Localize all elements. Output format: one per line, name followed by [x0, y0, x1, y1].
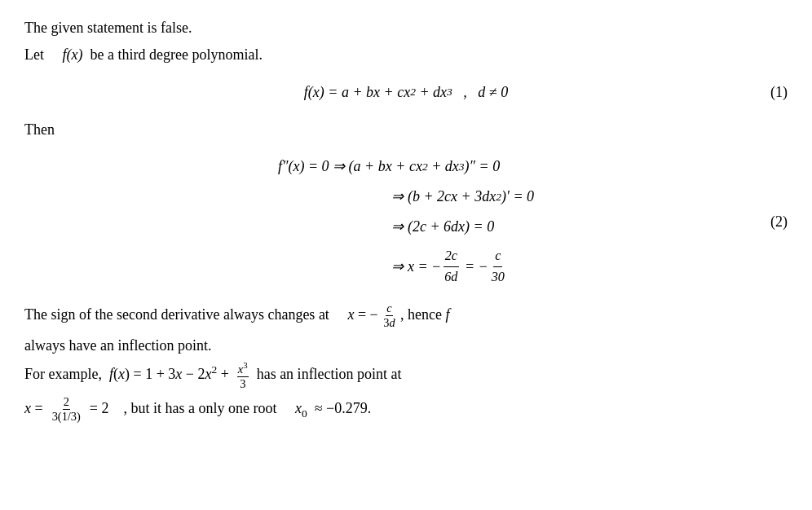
equation-2-block: f″(x) = 0 ⇒ (a + bx + cx2 + dx3)″ = 0 ⇒ … — [24, 156, 788, 287]
then-text: Then — [24, 121, 55, 138]
sign-pre-text: The sign of the second derivative always… — [24, 306, 329, 323]
inline-frac-x3-3: x3 3 — [237, 360, 249, 391]
root-pre-text: , but it has a only one root — [123, 400, 276, 416]
statement-text: The given statement is false. — [24, 20, 192, 36]
equation-2-lines: f″(x) = 0 ⇒ (a + bx + cx2 + dx3)″ = 0 ⇒ … — [278, 156, 534, 287]
fx-inline: f(x) — [63, 46, 83, 63]
third-degree-text: be a third degree polynomial. — [90, 46, 263, 63]
inline-frac-c-3d: c 3d — [382, 301, 395, 331]
statement-line1: The given statement is false. — [24, 16, 788, 40]
eq2-line2: ⇒ (b + 2cx + 3dx2)′ = 0 — [278, 186, 534, 208]
example-post: has an inflection point at — [257, 367, 402, 383]
equation-1: f(x) = a + bx + cx2 + dx3 , d ≠ 0 — [304, 81, 509, 103]
eq2-line3: ⇒ (2c + 6dx) = 0 — [278, 216, 494, 238]
equation-1-block: f(x) = a + bx + cx2 + dx3 , d ≠ 0 (1) — [24, 81, 788, 103]
eq2-number: (2) — [770, 210, 788, 232]
then-line: Then — [24, 118, 788, 142]
example-pre: For example, — [24, 367, 102, 383]
sign-line1: The sign of the second derivative always… — [24, 301, 788, 331]
eq2-line4: ⇒ x = − 2c 6d = − c 30 — [278, 246, 508, 287]
frac-c-30: c 30 — [490, 246, 506, 287]
frac-2c-6d: 2c 6d — [443, 246, 459, 287]
root-post-text: ≈ −0.279. — [315, 400, 372, 416]
example-line2: x = 2 3(1/3) = 2 , but it has a only one… — [24, 395, 788, 424]
main-content: The given statement is false. Let f(x) b… — [24, 16, 788, 424]
eq2-line1: f″(x) = 0 ⇒ (a + bx + cx2 + dx3)″ = 0 — [278, 156, 500, 178]
example-line1: For example, f(x) = 1 + 3x − 2x2 + x3 3 … — [24, 360, 788, 391]
inflection-text: always have an inflection point. — [24, 337, 211, 354]
sign-line2: always have an inflection point. — [24, 334, 788, 358]
let-line: Let f(x) be a third degree polynomial. — [24, 43, 788, 67]
let-text: Let — [24, 46, 44, 63]
inline-frac-2-3: 2 3(1/3) — [51, 395, 82, 424]
eq1-number: (1) — [770, 81, 788, 103]
hence-text: , hence — [400, 306, 442, 323]
